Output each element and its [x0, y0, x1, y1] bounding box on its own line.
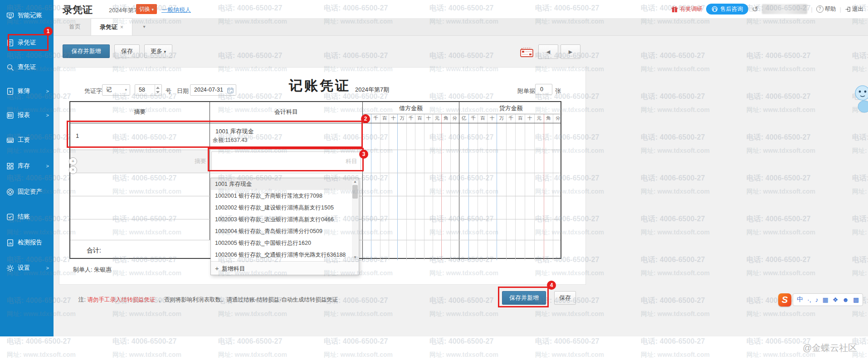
calculator-icon[interactable] — [519, 45, 534, 60]
keyboard-icon[interactable]: ▦ — [823, 296, 829, 303]
close-tab-icon[interactable]: × — [120, 24, 123, 30]
amount-digit-cell — [525, 173, 534, 196]
survey-link[interactable]: 有奖调研 — [671, 5, 702, 13]
toolbar-more-button[interactable]: 更多 ▾ — [144, 44, 172, 58]
skin-icon[interactable]: ❖ — [833, 296, 839, 303]
mic-icon[interactable]: ♪ — [815, 296, 819, 303]
scroll-up-icon[interactable]: ▲ — [352, 180, 358, 184]
amount-digit-cell — [450, 150, 459, 173]
switch-period-button[interactable]: 切换 ▾ — [136, 4, 157, 14]
account-option[interactable]: 1002002 银行存款_建设银行淄博高新支行1505 — [211, 202, 359, 214]
account-option[interactable]: 1002005 银行存款_中国银行总行1620 — [211, 237, 359, 249]
next-voucher-button[interactable]: ▶ — [561, 44, 580, 59]
voucher-title: 记账凭证 — [289, 77, 351, 95]
help-link[interactable]: ?帮助 — [816, 5, 836, 13]
amount-digit-cell — [371, 219, 380, 240]
amount-digit-cell — [397, 219, 406, 240]
account-option[interactable]: 1002004 银行存款_青岛银行淄博分行0509 — [211, 225, 359, 237]
sidebar-item-salary[interactable]: 工资 — [0, 133, 54, 147]
bottom-save-button[interactable]: 保存 — [554, 291, 576, 305]
taxpayer-type-link[interactable]: 一般纳税人 — [161, 6, 191, 14]
footer-note-warning: 请勿手工录入结转损益凭证 — [87, 297, 155, 303]
amount-digit-cell — [525, 196, 534, 219]
account-column-header: 会计科目 — [210, 102, 363, 123]
amount-digit-cell — [515, 173, 525, 196]
logout-link[interactable]: 退出 — [845, 5, 863, 13]
amount-digit-cell — [506, 219, 516, 240]
account-option[interactable]: 1002001 银行存款_齐商银行莲池支行7098 — [211, 190, 359, 202]
spin-up-icon[interactable] — [156, 87, 160, 89]
grid-icon[interactable]: ▩ — [853, 296, 859, 303]
amount-digit-cell — [450, 123, 459, 150]
amount-digit-cell — [450, 240, 459, 260]
bottom-save-and-new-button[interactable]: 保存并新增 — [502, 291, 546, 305]
sidebar-item-reports[interactable]: 报表> — [0, 108, 54, 122]
amount-digit-cell — [433, 150, 441, 173]
number-spinner[interactable] — [155, 85, 161, 95]
delete-row-icon[interactable]: × — [69, 166, 77, 174]
sidebar-item-inspection-report[interactable]: 检测报告 — [0, 236, 54, 249]
amount-digit-cell — [433, 240, 441, 260]
sidebar-item-ledger[interactable]: ¥账簿> — [0, 84, 54, 98]
amount-digit-cell — [497, 219, 506, 240]
scroll-down-icon[interactable]: ▼ — [352, 255, 358, 259]
voucher-number-input[interactable]: 58 — [135, 84, 162, 96]
amount-digit-cell — [534, 240, 544, 260]
add-account-button[interactable]: +新增科目 — [211, 261, 359, 275]
undo-icon[interactable]: ↺ — [752, 5, 758, 14]
amount-digit-cell — [468, 123, 478, 150]
game-icon[interactable]: ☻ — [842, 296, 849, 303]
after-sales-support-button[interactable]: 售后咨询 — [706, 4, 748, 15]
voucher-word-select[interactable]: 记▾ — [102, 84, 130, 96]
tab-list-dropdown[interactable]: ▾ — [139, 22, 150, 32]
amount-digit-cell — [506, 150, 516, 173]
tab-voucher-entry[interactable]: 录凭证× — [91, 18, 132, 35]
amount-digit-cell — [380, 240, 389, 260]
caret-down-icon: ▾ — [125, 85, 127, 95]
sidebar-item-inventory[interactable]: 库存> — [0, 159, 54, 173]
amount-digit-cell — [363, 150, 371, 173]
calendar-icon[interactable] — [227, 87, 234, 93]
sidebar-item-settings[interactable]: 设置> — [0, 261, 54, 275]
spin-down-icon[interactable] — [156, 91, 160, 93]
sidebar-item-fixed-assets[interactable]: 固定资产 — [0, 185, 54, 199]
ime-toolbar[interactable]: S 中·,♪▦❖☻▩ — [778, 293, 863, 306]
scrollbar-thumb[interactable] — [352, 185, 358, 199]
sidebar-item-voucher-entry[interactable]: 录凭证 — [0, 36, 54, 49]
tab-home[interactable]: 首页 — [59, 18, 91, 35]
chinese-mode-icon[interactable]: 中 — [797, 296, 803, 304]
amount-digit-header: 十 — [424, 114, 433, 123]
table-row-1[interactable]: 1 1001 库存现金 余额:11637.43 — [70, 123, 561, 150]
toolbar-save-button[interactable]: 保存 — [114, 44, 140, 58]
amount-digit-header: 亿 — [363, 114, 371, 123]
summary-cell-editing[interactable]: 摘要 — [70, 150, 210, 173]
account-option[interactable]: 1001 库存现金 — [211, 178, 359, 190]
attachments-count-input[interactable]: 0 — [535, 84, 552, 95]
sogou-logo-icon[interactable]: S — [778, 293, 791, 306]
date-input[interactable]: 2024-07-31 — [190, 84, 236, 96]
watermark-site: 网址: www.tdxsoft.com — [641, 269, 710, 277]
sidebar-item-voucher-search[interactable]: 查凭证 — [0, 60, 54, 74]
sidebar-item-smart-accounting[interactable]: 智能记账 — [0, 9, 54, 22]
amount-digit-cell — [487, 240, 497, 260]
amount-digit-cell — [371, 173, 380, 196]
watermark-site: 网址: www.tdxsoft.com — [746, 310, 815, 318]
table-row-2[interactable]: 摘要 科目 — [70, 150, 561, 173]
amount-digit-cell — [441, 196, 450, 219]
sidebar-item-closing[interactable]: 结账 — [0, 210, 54, 224]
amount-digit-header: 百 — [380, 114, 389, 123]
account-input[interactable]: 科目 — [211, 151, 361, 171]
toolbar-save-and-new-button[interactable]: 保存并新增 — [63, 44, 110, 58]
account-option[interactable]: 1002003 银行存款_农业银行淄博高新支行0466 — [211, 214, 359, 225]
account-option[interactable]: 1002006 银行存款_交通银行淄博华光路支行636188 — [211, 249, 359, 261]
tab-bar: 首页 录凭证× ▾ — [54, 18, 868, 36]
amount-digit-cell — [459, 173, 468, 196]
amount-digit-cell — [406, 240, 415, 260]
punctuation-icon[interactable]: ·, — [807, 296, 811, 303]
assistant-mascot[interactable] — [851, 84, 868, 114]
add-row-icon[interactable]: + — [69, 157, 77, 165]
previous-voucher-button[interactable]: ◀ — [538, 44, 558, 59]
dropdown-scrollbar[interactable]: ▲ ▼ — [352, 179, 358, 260]
amount-digit-cell — [363, 196, 371, 219]
chevron-right-icon: > — [46, 88, 49, 94]
